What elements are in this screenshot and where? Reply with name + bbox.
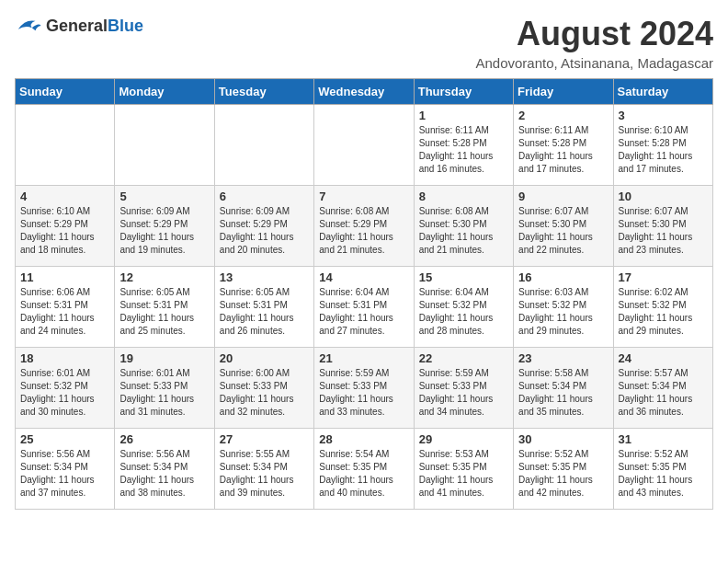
calendar-cell: 29Sunrise: 5:53 AM Sunset: 5:35 PM Dayli… — [414, 429, 513, 510]
calendar-cell: 13Sunrise: 6:05 AM Sunset: 5:31 PM Dayli… — [214, 267, 313, 348]
calendar-cell: 1Sunrise: 6:11 AM Sunset: 5:28 PM Daylig… — [414, 105, 513, 186]
day-number: 26 — [119, 432, 209, 446]
day-info: Sunrise: 6:07 AM Sunset: 5:30 PM Dayligh… — [619, 205, 708, 257]
day-info: Sunrise: 5:57 AM Sunset: 5:34 PM Dayligh… — [619, 367, 708, 419]
day-number: 30 — [518, 432, 608, 446]
calendar-cell: 15Sunrise: 6:04 AM Sunset: 5:32 PM Dayli… — [414, 267, 513, 348]
calendar-cell: 10Sunrise: 6:07 AM Sunset: 5:30 PM Dayli… — [613, 186, 712, 267]
weekday-header-wednesday: Wednesday — [314, 79, 414, 105]
calendar-cell: 5Sunrise: 6:09 AM Sunset: 5:29 PM Daylig… — [115, 186, 214, 267]
day-number: 9 — [518, 190, 608, 203]
calendar-cell: 26Sunrise: 5:56 AM Sunset: 5:34 PM Dayli… — [115, 429, 214, 510]
day-info: Sunrise: 6:02 AM Sunset: 5:32 PM Dayligh… — [619, 286, 708, 338]
calendar-cell: 11Sunrise: 6:06 AM Sunset: 5:31 PM Dayli… — [16, 267, 115, 348]
calendar-cell: 19Sunrise: 6:01 AM Sunset: 5:33 PM Dayli… — [115, 348, 214, 429]
day-number: 15 — [419, 270, 508, 284]
day-number: 25 — [20, 432, 109, 446]
day-number: 31 — [619, 432, 708, 446]
day-info: Sunrise: 5:53 AM Sunset: 5:35 PM Dayligh… — [419, 448, 508, 500]
day-number: 21 — [319, 351, 408, 365]
calendar-cell: 7Sunrise: 6:08 AM Sunset: 5:29 PM Daylig… — [314, 186, 414, 267]
calendar-cell: 23Sunrise: 5:58 AM Sunset: 5:34 PM Dayli… — [514, 348, 613, 429]
calendar-cell: 12Sunrise: 6:05 AM Sunset: 5:31 PM Dayli… — [115, 267, 214, 348]
calendar-cell: 9Sunrise: 6:07 AM Sunset: 5:30 PM Daylig… — [514, 186, 613, 267]
day-info: Sunrise: 6:07 AM Sunset: 5:30 PM Dayligh… — [518, 205, 608, 257]
day-number: 17 — [619, 270, 708, 284]
weekday-header-monday: Monday — [115, 79, 214, 105]
weekday-header-saturday: Saturday — [613, 79, 712, 105]
day-number: 24 — [619, 351, 708, 365]
day-number: 23 — [518, 351, 608, 365]
day-number: 4 — [20, 190, 109, 203]
calendar-cell: 17Sunrise: 6:02 AM Sunset: 5:32 PM Dayli… — [613, 267, 712, 348]
calendar-cell: 6Sunrise: 6:09 AM Sunset: 5:29 PM Daylig… — [214, 186, 313, 267]
calendar-cell: 21Sunrise: 5:59 AM Sunset: 5:33 PM Dayli… — [314, 348, 414, 429]
weekday-header-row: SundayMondayTuesdayWednesdayThursdayFrid… — [16, 79, 713, 105]
location-subtitle: Andovoranto, Atsinanana, Madagascar — [475, 55, 713, 71]
calendar-week-row: 1Sunrise: 6:11 AM Sunset: 5:28 PM Daylig… — [16, 105, 713, 186]
calendar-table: SundayMondayTuesdayWednesdayThursdayFrid… — [15, 78, 713, 510]
calendar-week-row: 4Sunrise: 6:10 AM Sunset: 5:29 PM Daylig… — [16, 186, 713, 267]
day-number: 27 — [220, 432, 309, 446]
day-info: Sunrise: 5:56 AM Sunset: 5:34 PM Dayligh… — [119, 448, 209, 500]
calendar-cell: 22Sunrise: 5:59 AM Sunset: 5:33 PM Dayli… — [414, 348, 513, 429]
day-info: Sunrise: 6:09 AM Sunset: 5:29 PM Dayligh… — [119, 205, 209, 257]
day-number: 5 — [119, 190, 209, 203]
day-number: 29 — [419, 432, 508, 446]
day-info: Sunrise: 6:10 AM Sunset: 5:29 PM Dayligh… — [20, 205, 109, 257]
day-info: Sunrise: 6:00 AM Sunset: 5:33 PM Dayligh… — [220, 367, 309, 419]
calendar-cell: 28Sunrise: 5:54 AM Sunset: 5:35 PM Dayli… — [314, 429, 414, 510]
day-number: 19 — [119, 351, 209, 365]
day-info: Sunrise: 5:59 AM Sunset: 5:33 PM Dayligh… — [319, 367, 408, 419]
logo-text-general: General — [46, 17, 108, 35]
day-info: Sunrise: 6:08 AM Sunset: 5:30 PM Dayligh… — [419, 205, 508, 257]
day-number: 28 — [319, 432, 408, 446]
calendar-cell: 24Sunrise: 5:57 AM Sunset: 5:34 PM Dayli… — [613, 348, 712, 429]
day-info: Sunrise: 6:04 AM Sunset: 5:31 PM Dayligh… — [319, 286, 408, 338]
calendar-cell — [214, 105, 313, 186]
weekday-header-thursday: Thursday — [414, 79, 513, 105]
day-info: Sunrise: 6:06 AM Sunset: 5:31 PM Dayligh… — [20, 286, 109, 338]
logo-text-blue: Blue — [108, 17, 143, 35]
calendar-week-row: 11Sunrise: 6:06 AM Sunset: 5:31 PM Dayli… — [16, 267, 713, 348]
calendar-cell — [115, 105, 214, 186]
logo: GeneralBlue — [15, 15, 143, 37]
calendar-cell: 25Sunrise: 5:56 AM Sunset: 5:34 PM Dayli… — [16, 429, 115, 510]
calendar-cell: 18Sunrise: 6:01 AM Sunset: 5:32 PM Dayli… — [16, 348, 115, 429]
day-info: Sunrise: 6:11 AM Sunset: 5:28 PM Dayligh… — [518, 124, 608, 176]
day-info: Sunrise: 6:01 AM Sunset: 5:33 PM Dayligh… — [119, 367, 209, 419]
day-number: 13 — [220, 270, 309, 284]
day-number: 18 — [20, 351, 109, 365]
calendar-cell: 2Sunrise: 6:11 AM Sunset: 5:28 PM Daylig… — [514, 105, 613, 186]
page-header: GeneralBlue August 2024 Andovoranto, Ats… — [15, 15, 713, 71]
day-info: Sunrise: 6:11 AM Sunset: 5:28 PM Dayligh… — [419, 124, 508, 176]
day-info: Sunrise: 5:59 AM Sunset: 5:33 PM Dayligh… — [419, 367, 508, 419]
day-number: 16 — [518, 270, 608, 284]
day-info: Sunrise: 6:08 AM Sunset: 5:29 PM Dayligh… — [319, 205, 408, 257]
day-info: Sunrise: 6:04 AM Sunset: 5:32 PM Dayligh… — [419, 286, 508, 338]
day-number: 6 — [220, 190, 309, 203]
day-info: Sunrise: 6:05 AM Sunset: 5:31 PM Dayligh… — [119, 286, 209, 338]
day-number: 3 — [619, 109, 708, 122]
day-info: Sunrise: 5:55 AM Sunset: 5:34 PM Dayligh… — [220, 448, 309, 500]
title-area: August 2024 Andovoranto, Atsinanana, Mad… — [475, 15, 713, 71]
calendar-cell: 8Sunrise: 6:08 AM Sunset: 5:30 PM Daylig… — [414, 186, 513, 267]
day-info: Sunrise: 5:52 AM Sunset: 5:35 PM Dayligh… — [518, 448, 608, 500]
logo-bird-icon — [15, 15, 42, 37]
day-info: Sunrise: 6:01 AM Sunset: 5:32 PM Dayligh… — [20, 367, 109, 419]
day-number: 8 — [419, 190, 508, 203]
calendar-cell: 14Sunrise: 6:04 AM Sunset: 5:31 PM Dayli… — [314, 267, 414, 348]
weekday-header-tuesday: Tuesday — [214, 79, 313, 105]
calendar-week-row: 25Sunrise: 5:56 AM Sunset: 5:34 PM Dayli… — [16, 429, 713, 510]
day-info: Sunrise: 5:52 AM Sunset: 5:35 PM Dayligh… — [619, 448, 708, 500]
day-info: Sunrise: 6:09 AM Sunset: 5:29 PM Dayligh… — [220, 205, 309, 257]
calendar-cell: 27Sunrise: 5:55 AM Sunset: 5:34 PM Dayli… — [214, 429, 313, 510]
weekday-header-sunday: Sunday — [16, 79, 115, 105]
day-info: Sunrise: 5:54 AM Sunset: 5:35 PM Dayligh… — [319, 448, 408, 500]
calendar-cell: 31Sunrise: 5:52 AM Sunset: 5:35 PM Dayli… — [613, 429, 712, 510]
calendar-cell: 4Sunrise: 6:10 AM Sunset: 5:29 PM Daylig… — [16, 186, 115, 267]
month-year-title: August 2024 — [475, 15, 713, 53]
day-info: Sunrise: 6:10 AM Sunset: 5:28 PM Dayligh… — [619, 124, 708, 176]
calendar-cell: 3Sunrise: 6:10 AM Sunset: 5:28 PM Daylig… — [613, 105, 712, 186]
calendar-cell: 16Sunrise: 6:03 AM Sunset: 5:32 PM Dayli… — [514, 267, 613, 348]
